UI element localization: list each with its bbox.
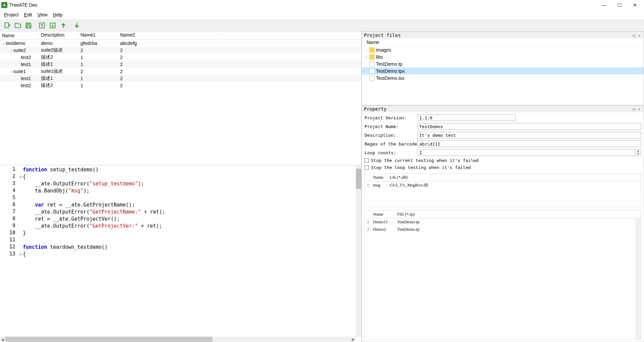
panel-close-icon[interactable]: ✕: [637, 33, 642, 38]
test-tree-table[interactable]: Name Description Name1 Name2 ⌄testdemode…: [0, 32, 361, 165]
project-name-input[interactable]: [418, 123, 641, 130]
file-row[interactable]: TestDemo.tsx: [362, 74, 644, 81]
chevron-down-icon[interactable]: ⌄: [9, 48, 13, 52]
panel-float-icon[interactable]: ◱: [632, 33, 636, 38]
fold-marker[interactable]: [18, 194, 23, 202]
new-file-button[interactable]: [2, 20, 12, 31]
property-title: Property: [364, 106, 386, 112]
tree-n1: gfedcba: [78, 41, 118, 46]
code-editor[interactable]: 12345678910111213 ⊖⊖ function setup_test…: [0, 165, 361, 342]
code-text[interactable]: function setup_testdemo() { __ate.Output…: [23, 165, 361, 342]
tree-row[interactable]: ⌄suite2suite2描述22: [0, 47, 361, 54]
version-input[interactable]: [418, 114, 516, 121]
panel-close-icon[interactable]: ✕: [637, 107, 642, 111]
models-col-file[interactable]: File (*.tp): [395, 211, 641, 218]
tree-desc: 描述2: [39, 54, 78, 60]
file-row[interactable]: ›libs: [362, 53, 644, 60]
tree-col-name2[interactable]: Name2: [118, 32, 219, 39]
panel-float-icon[interactable]: ◱: [632, 107, 636, 111]
fold-marker[interactable]: [18, 202, 23, 209]
open-folder-button[interactable]: [13, 20, 23, 31]
import-button[interactable]: [37, 20, 47, 31]
loop-spinner[interactable]: ▲▼: [418, 149, 641, 156]
menu-edit[interactable]: Edit: [21, 11, 35, 18]
move-up-button[interactable]: [58, 20, 68, 31]
files-header-name[interactable]: Name: [362, 39, 644, 46]
fold-marker[interactable]: ⊖: [18, 173, 23, 180]
fold-marker[interactable]: [18, 230, 23, 237]
tree-n1: 2: [78, 69, 118, 74]
spin-down-icon[interactable]: ▼: [636, 153, 641, 156]
line-number: 12: [0, 244, 18, 251]
fold-marker[interactable]: [18, 223, 23, 230]
file-row[interactable]: ›images: [362, 46, 644, 53]
version-label: Project Version:: [365, 115, 415, 120]
export-button[interactable]: [48, 20, 58, 31]
move-down-button[interactable]: [72, 20, 82, 31]
lib-row[interactable]: 1msgGUI_TA_MsgBox.dll: [365, 181, 641, 189]
line-number: 2: [0, 173, 18, 180]
tree-row[interactable]: test1描述112: [0, 61, 361, 68]
tree-col-name1[interactable]: Name1: [78, 32, 118, 39]
stop-current-checkbox[interactable]: [365, 158, 369, 163]
chevron-down-icon[interactable]: ⌄: [2, 41, 6, 45]
toolbar: [0, 19, 644, 32]
fold-column[interactable]: ⊖⊖: [18, 165, 23, 342]
tree-row[interactable]: ⌄testdemodemogfedcbaabcdefg: [0, 40, 361, 47]
tree-col-name[interactable]: Name: [0, 32, 39, 39]
fold-marker[interactable]: [18, 209, 23, 216]
chevron-down-icon[interactable]: ⌄: [9, 69, 13, 73]
tree-col-desc[interactable]: Description: [39, 32, 78, 39]
tree-row[interactable]: test2描述212: [0, 54, 361, 61]
tree-row[interactable]: test1描述112: [0, 75, 361, 82]
minimize-button[interactable]: —: [596, 0, 612, 10]
model-name: Demo2: [371, 226, 395, 233]
spin-up-icon[interactable]: ▲: [636, 150, 641, 153]
expand-icon[interactable]: ›: [363, 55, 369, 59]
libs-col-name[interactable]: Name: [371, 174, 388, 181]
tree-n2: abcdefg: [118, 41, 219, 46]
tree-desc: demo: [39, 41, 78, 46]
line-gutter: 12345678910111213: [0, 165, 18, 342]
model-row[interactable]: 1Demo11TestDemo.tp: [365, 218, 641, 226]
line-number: 13: [0, 251, 18, 258]
description-label: Description:: [365, 133, 415, 138]
property-panel: Property ◱ ✕ Project Version: Project Na…: [362, 105, 644, 342]
loop-input[interactable]: [418, 150, 635, 156]
code-hscroll[interactable]: ◀▶: [0, 337, 356, 342]
file-row[interactable]: TestDemo.tpx: [362, 67, 644, 74]
fold-marker[interactable]: [18, 237, 23, 244]
libs-table[interactable]: Name Lib (*.dll) 1msgGUI_TA_MsgBox.dll: [365, 173, 641, 207]
row-index: 1: [365, 181, 371, 189]
tree-row[interactable]: test2描述212: [0, 82, 361, 89]
stop-loop-checkbox[interactable]: [365, 165, 369, 170]
models-vscroll[interactable]: [635, 218, 641, 339]
model-file: TestDemo.tp: [395, 218, 641, 226]
menu-view[interactable]: View: [35, 11, 50, 18]
maximize-button[interactable]: ☐: [612, 0, 627, 10]
description-input[interactable]: [418, 132, 641, 138]
save-button[interactable]: [23, 20, 34, 31]
fold-marker[interactable]: ⊖: [18, 251, 23, 258]
menu-project[interactable]: Project: [1, 11, 21, 18]
fold-marker[interactable]: [18, 216, 23, 223]
file-row[interactable]: TestDemo.tp: [362, 60, 644, 67]
tree-row[interactable]: ⌄suite1suite1描述22: [0, 68, 361, 75]
svg-rect-0: [5, 23, 9, 28]
project-name-label: Project Name:: [365, 124, 415, 129]
model-row[interactable]: 2Demo2TestDemo.tp: [365, 226, 641, 233]
fold-marker[interactable]: [18, 244, 23, 251]
menu-help[interactable]: Help: [50, 11, 65, 18]
close-button[interactable]: ✕: [627, 0, 643, 10]
regex-label: Regex of the barcode:: [365, 141, 415, 147]
models-col-name[interactable]: Name: [371, 211, 395, 218]
fold-marker[interactable]: [18, 180, 23, 187]
models-table[interactable]: Name File (*.tp) 1Demo11TestDemo.tp2Demo…: [365, 210, 641, 340]
code-vscroll[interactable]: [356, 165, 361, 337]
regex-input[interactable]: [418, 140, 641, 147]
fold-marker[interactable]: [18, 166, 23, 173]
fold-marker[interactable]: [18, 187, 23, 194]
libs-col-lib[interactable]: Lib (*.dll): [388, 174, 641, 181]
expand-icon[interactable]: ›: [363, 48, 369, 52]
tree-name: suite1: [13, 69, 26, 74]
